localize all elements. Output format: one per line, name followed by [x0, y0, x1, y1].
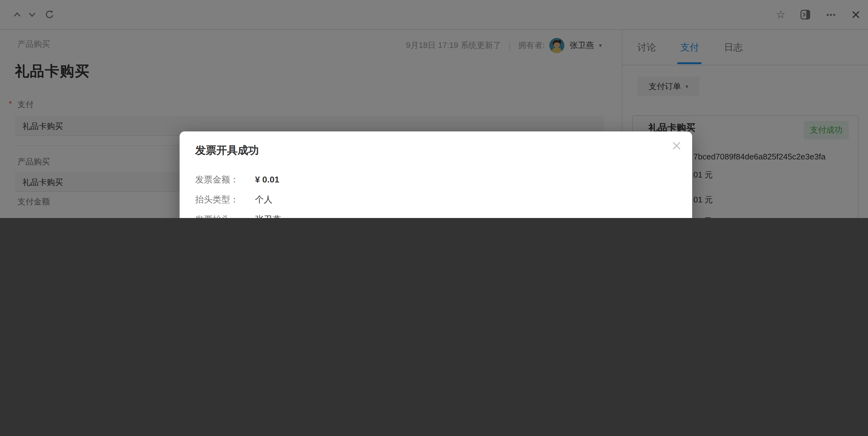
invoice-amount-label: 发票金额：	[195, 174, 239, 185]
invoice-title-value: 张卫燕	[255, 214, 281, 218]
invoice-success-dialog: 发票开具成功 发票金额： ¥ 0.01 抬头类型： 个人 发票抬头： 张卫燕 申…	[180, 131, 692, 218]
app-window: ☆ ••• 产品购买 9月18日 17:19 系统更新了 | 拥有者: 张卫燕 …	[0, 0, 868, 218]
invoice-amount-value: ¥ 0.01	[255, 174, 279, 185]
title-type-label: 抬头类型：	[195, 194, 239, 204]
invoice-title-label: 发票抬头：	[195, 214, 239, 218]
title-type-value: 个人	[255, 194, 273, 205]
dialog-close-icon[interactable]	[668, 137, 685, 155]
dialog-title: 发票开具成功	[195, 143, 259, 158]
